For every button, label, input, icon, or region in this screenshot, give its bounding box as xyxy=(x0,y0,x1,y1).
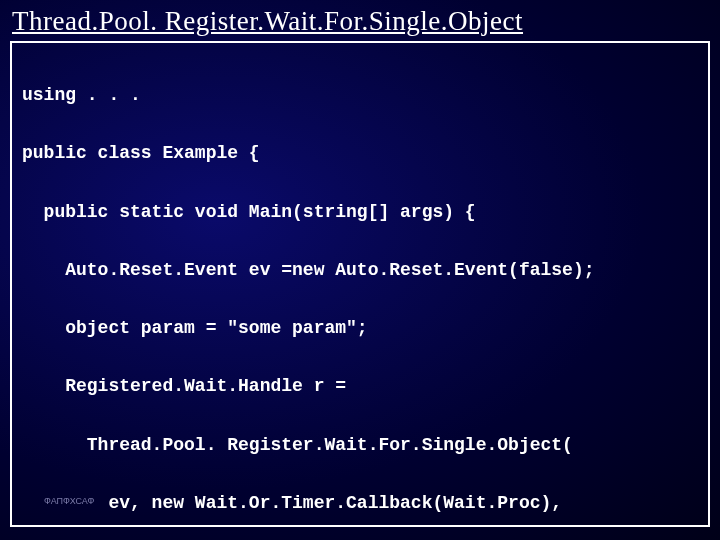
code-line: public static void Main(string[] args) { xyxy=(22,203,698,222)
code-line: Registered.Wait.Handle r = xyxy=(22,377,698,396)
code-line: Thread.Pool. Register.Wait.For.Single.Ob… xyxy=(22,436,698,455)
code-line: ev, new Wait.Or.Timer.Callback(Wait.Proc… xyxy=(22,494,698,513)
code-line: public class Example { xyxy=(22,144,698,163)
code-line: object param = "some param"; xyxy=(22,319,698,338)
watermark-text: ФАПФХСАФ xyxy=(44,497,94,507)
code-line: using . . . xyxy=(22,86,698,105)
slide: Thread.Pool. Register.Wait.For.Single.Ob… xyxy=(0,0,720,540)
code-block: using . . . public class Example { publi… xyxy=(10,41,710,527)
slide-title: Thread.Pool. Register.Wait.For.Single.Ob… xyxy=(10,6,710,37)
code-line: Auto.Reset.Event ev =new Auto.Reset.Even… xyxy=(22,261,698,280)
